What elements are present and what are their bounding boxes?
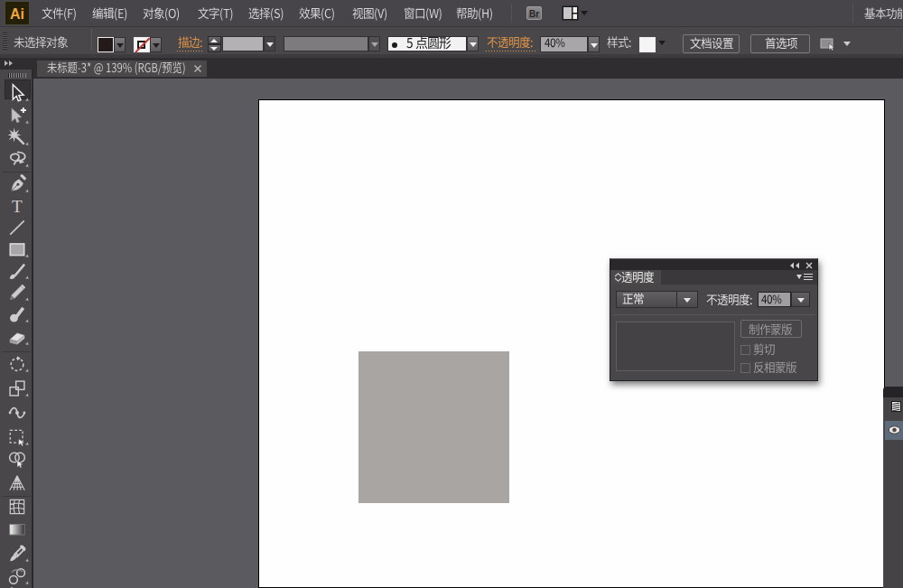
svg-text:T: T <box>12 197 23 216</box>
svg-text:Br: Br <box>529 9 539 19</box>
svg-text:Ai: Ai <box>10 6 24 22</box>
